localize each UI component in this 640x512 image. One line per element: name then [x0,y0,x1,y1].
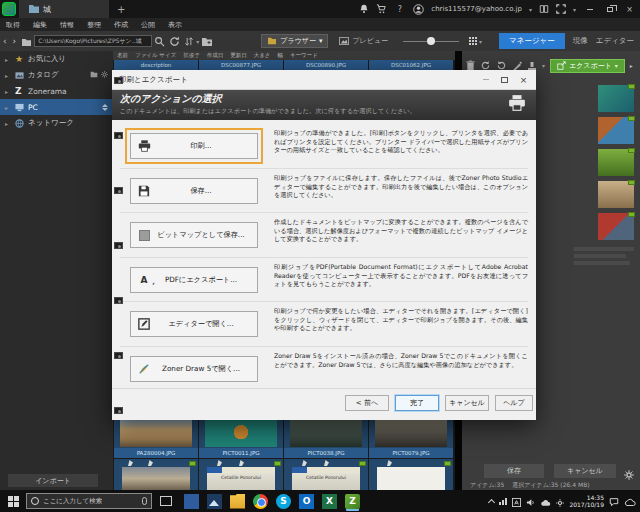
help-button[interactable]: ヘルプ [495,395,533,411]
dialog-maximize-button[interactable] [496,73,513,87]
close-button[interactable]: × [623,3,636,15]
restore-button[interactable] [603,3,616,15]
settings-gear-tray-icon[interactable] [556,492,564,511]
stamp-dropdown-icon[interactable]: ▾ [542,62,545,69]
column-extension[interactable]: 拡張子 [183,52,200,59]
open-in-zoner-draw-button[interactable]: Zoner Draw 5で開く... [130,356,258,382]
column-created[interactable]: 作成日 [207,52,224,59]
slider-knob[interactable] [427,37,435,45]
volume-icon[interactable] [526,492,535,511]
sidebar-item-pc[interactable]: ▸ PC [0,99,113,115]
thumbnail-size-slider[interactable] [403,41,459,42]
panel-settings-gear-icon[interactable] [624,465,634,484]
back-button[interactable]: < 前へ [345,395,389,411]
minimize-button[interactable] [583,3,596,15]
menu-edit[interactable]: 編集 [33,20,47,30]
export-preview-thumbnail[interactable] [598,213,634,240]
dialog-titlebar[interactable]: 印刷とエクスポート × [112,70,536,90]
menu-organize[interactable]: 整理 [87,20,101,30]
thumbnail-poster[interactable] [369,459,453,490]
develop-mode-button[interactable]: 現像 [573,36,588,46]
column-filesize[interactable]: ファイル サイズ [135,52,176,59]
search-icon[interactable] [154,32,165,51]
export-preview-thumbnail[interactable] [598,117,634,144]
sort-dropdown-icon[interactable]: ▾ [196,38,199,45]
panel-collapse-icon[interactable]: ▸ [630,62,636,69]
sidebar-item-network[interactable]: ▸ ネットワーク [0,115,113,131]
language-indicator-icon[interactable] [512,492,521,511]
account-avatar-icon[interactable] [413,4,424,15]
preview-view-button[interactable]: プレビュー [334,34,393,48]
export-preview-thumbnail[interactable] [598,149,634,176]
thumbnail-poster[interactable]: Cetatile Ponorului [284,459,368,490]
file-name-label[interactable]: DSC01062.JPG [369,60,453,70]
save-button[interactable]: 保存... [130,178,258,204]
sort-icon[interactable] [184,32,194,51]
taskbar-excel-icon[interactable]: X [322,494,337,509]
export-button[interactable]: エクスポート ▾ [550,59,625,73]
expand-icon[interactable]: ▸ [5,56,11,63]
thumbnail-poster[interactable]: Cetatile Ponorului [199,459,283,490]
learn-book-icon[interactable] [539,4,549,14]
expand-icon[interactable]: ▸ [5,72,11,79]
column-modified[interactable]: 更新日 [230,52,247,59]
editor-mode-button[interactable]: エディター [596,36,634,46]
taskbar-file-explorer-icon[interactable] [230,494,245,509]
nav-forward-button[interactable]: › [10,36,20,46]
nav-back-button[interactable]: ‹ [0,36,10,46]
taskbar-outlook-icon[interactable]: O [299,494,314,509]
account-dropdown-icon[interactable]: ▾ [529,6,532,13]
taskbar-photos-icon[interactable] [207,494,222,509]
thumbnail-pict0079[interactable]: PICT0079.JPG [369,420,453,458]
notifications-bell-icon[interactable] [359,4,369,14]
sidebar-item-zonerama[interactable]: ▸ Z Zonerama [0,83,113,99]
fullscreen-icon[interactable] [556,4,566,14]
manager-mode-button[interactable]: マネージャー [499,33,565,49]
microphone-icon[interactable] [142,497,147,505]
file-name-label[interactable]: DSC00877.JPG [199,60,283,70]
taskbar-search-box[interactable]: ここに入力して検索 [26,493,152,509]
new-tab-button[interactable]: + [117,4,125,15]
export-to-pdf-button[interactable]: A, PDFにエクスポート... [130,267,258,293]
column-width[interactable]: 幅 [277,52,283,59]
column-keywords[interactable]: キーワード [290,52,318,59]
open-in-editor-button[interactable]: エディターで開く... [130,311,258,337]
menu-view[interactable]: 表示 [168,20,182,30]
dialog-close-button[interactable]: × [515,73,532,87]
finish-button[interactable]: 完了 [395,395,439,411]
taskbar-chrome-icon[interactable] [253,494,268,509]
home-folder-icon[interactable] [21,32,32,51]
weather-cloud-icon[interactable] [624,492,636,511]
menu-create[interactable]: 作成 [114,20,128,30]
column-dimensions[interactable]: 大きさ [254,52,271,59]
sidebar-item-catalog[interactable]: ▸ カタログ [0,67,113,83]
new-folder-icon[interactable] [201,32,213,51]
address-bar[interactable]: C:\Users\Kogo\Pictures\ZPSサン..城 [34,35,152,47]
panel-cancel-button[interactable]: キャンセル [554,464,616,478]
taskbar-app-blue-icon[interactable] [184,494,199,509]
taskbar-skype-icon[interactable]: S [276,494,291,509]
start-button[interactable] [0,490,26,512]
grid-layout-icon[interactable] [469,37,477,45]
expand-icon[interactable]: ▸ [5,104,11,111]
sidebar-item-favorites[interactable]: ▸ ★ お気に入り [0,51,113,67]
taskbar-zoner-icon[interactable]: Z [345,494,360,509]
dialog-minimize-button[interactable] [477,73,494,87]
network-signal-icon[interactable] [499,498,507,505]
cancel-button[interactable]: キャンセル [445,395,489,411]
print-button[interactable]: 印刷... [130,133,258,159]
catalog-folder-icon[interactable] [90,71,98,80]
expand-icon[interactable]: ▸ [5,120,11,127]
thumbnail-pa280004[interactable]: PA280004.JPG [114,420,198,458]
expand-icon[interactable]: ▸ [5,88,11,95]
menu-information[interactable]: 情報 [60,20,74,30]
catalog-settings-gear-icon[interactable] [101,71,108,80]
refresh-icon[interactable] [169,32,180,51]
export-preview-thumbnail[interactable] [598,181,634,208]
browser-view-button[interactable]: ブラウザー ▾ [261,34,328,48]
account-email[interactable]: chris115577@yahoo.co.jp [431,5,522,13]
onedrive-cloud-icon[interactable] [540,492,551,511]
thumbnail-pict0011[interactable]: PICT0011.JPG [199,420,283,458]
help-icon[interactable]: ? [393,3,406,15]
grid-layout-dropdown-icon[interactable]: ▾ [479,38,482,45]
